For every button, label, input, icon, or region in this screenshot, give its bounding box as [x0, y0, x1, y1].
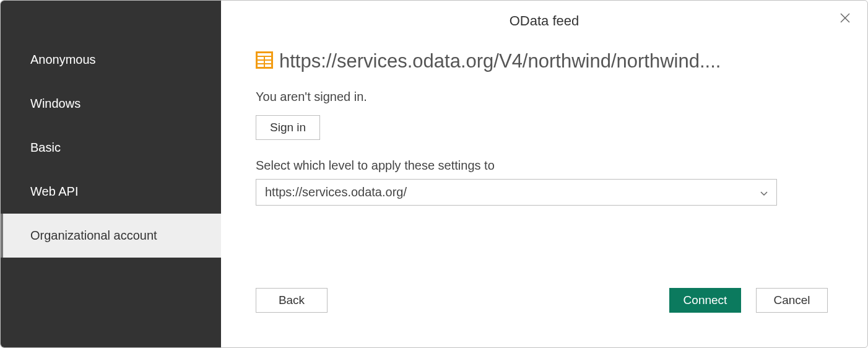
close-icon [839, 12, 851, 24]
dialog-title: OData feed [221, 13, 867, 29]
connect-button[interactable]: Connect [669, 288, 741, 313]
url-row: https://services.odata.org/V4/northwind/… [256, 50, 828, 72]
level-label: Select which level to apply these settin… [256, 159, 828, 173]
content-area: https://services.odata.org/V4/northwind/… [221, 29, 867, 288]
odata-feed-icon [256, 51, 273, 71]
sidebar-item-windows[interactable]: Windows [1, 82, 221, 126]
sidebar-item-anonymous[interactable]: Anonymous [1, 38, 221, 82]
svg-rect-8 [258, 64, 264, 67]
dialog-footer: Back Connect Cancel [221, 288, 867, 347]
svg-rect-4 [258, 57, 264, 59]
feed-url: https://services.odata.org/V4/northwind/… [279, 50, 721, 72]
back-button[interactable]: Back [256, 288, 328, 313]
cancel-button[interactable]: Cancel [756, 288, 828, 313]
svg-rect-6 [258, 61, 264, 63]
auth-sidebar: Anonymous Windows Basic Web API Organiza… [1, 1, 221, 347]
svg-rect-3 [258, 53, 271, 56]
sidebar-item-web-api[interactable]: Web API [1, 170, 221, 214]
main-panel: OData feed [221, 1, 867, 347]
svg-rect-9 [265, 64, 271, 67]
level-dropdown[interactable]: https://services.odata.org/ [256, 179, 777, 206]
close-button[interactable] [836, 9, 854, 27]
sidebar-item-basic[interactable]: Basic [1, 126, 221, 170]
svg-rect-7 [265, 61, 271, 63]
signin-button[interactable]: Sign in [256, 115, 320, 140]
level-selected-value: https://services.odata.org/ [265, 185, 407, 199]
sidebar-item-organizational-account[interactable]: Organizational account [1, 214, 221, 258]
chevron-down-icon [760, 185, 768, 199]
odata-auth-dialog: Anonymous Windows Basic Web API Organiza… [0, 0, 868, 348]
signin-status: You aren't signed in. [256, 90, 828, 104]
svg-rect-5 [265, 57, 271, 59]
